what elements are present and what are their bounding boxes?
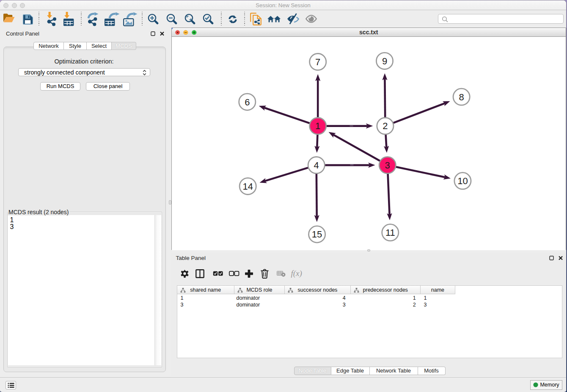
svg-text:3: 3 xyxy=(385,160,390,170)
svg-text:11: 11 xyxy=(385,227,395,238)
svg-text:8: 8 xyxy=(459,91,464,102)
svg-text:6: 6 xyxy=(245,97,250,107)
svg-text:15: 15 xyxy=(311,229,322,240)
svg-text:14: 14 xyxy=(242,181,253,191)
svg-text:10: 10 xyxy=(457,176,468,186)
svg-text:1: 1 xyxy=(315,121,320,131)
svg-text:2: 2 xyxy=(383,121,388,131)
svg-text:7: 7 xyxy=(315,56,320,67)
svg-text:9: 9 xyxy=(382,55,387,66)
svg-text:4: 4 xyxy=(314,160,319,170)
